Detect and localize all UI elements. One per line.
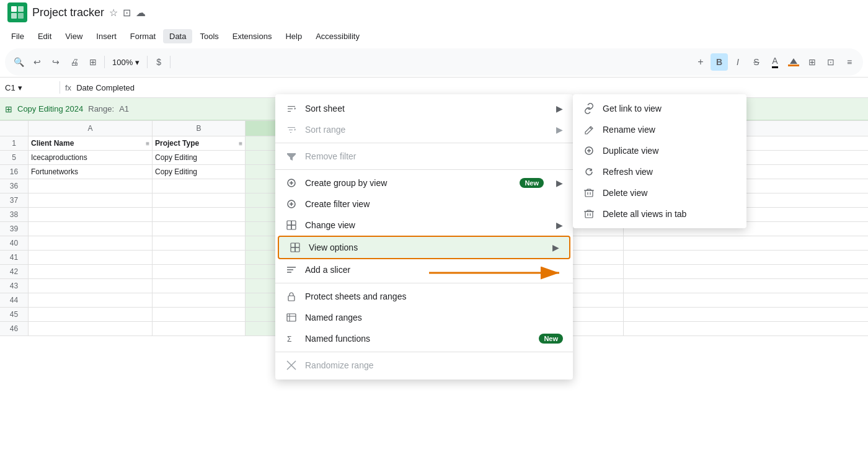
col-header-a[interactable]: A [29,121,153,136]
svg-rect-31 [585,211,593,218]
paint-format-btn[interactable]: ⊞ [84,53,102,71]
document-title: Project tracker [32,6,104,19]
filter-btn-a[interactable]: ≡ [146,140,149,147]
cell-a36[interactable] [29,179,153,193]
cell-a46[interactable] [29,322,153,335]
named-functions-item[interactable]: Σ Named functions New [275,328,573,349]
cell-b42[interactable] [153,265,246,278]
menu-extensions[interactable]: Extensions [226,29,278,43]
create-filter-view-item[interactable]: Create filter view [275,193,573,215]
cell-b5[interactable]: Copy Editing [153,151,246,164]
rename-view-item[interactable]: Rename view [573,119,746,140]
cell-b44[interactable] [153,293,246,307]
cell-a37[interactable] [29,193,153,207]
cell-a16[interactable]: Fortunetworks [29,165,153,179]
cell-a40[interactable] [29,236,153,250]
strikethrough-btn[interactable]: S [748,53,765,71]
col-header-b[interactable]: B [153,121,246,136]
rename-icon [583,124,595,135]
more-options-btn[interactable]: ≡ [841,53,858,71]
refresh-view-item[interactable]: Refresh view [573,161,746,182]
cell-ref-dropdown[interactable]: ▾ [18,83,22,92]
randomize-range-label: Randomize range [305,360,563,370]
randomize-range-icon [285,360,298,371]
italic-btn[interactable]: I [729,53,746,71]
remove-filter-label: Remove filter [305,151,563,161]
cell-b37[interactable] [153,193,246,207]
fill-color-btn[interactable] [785,53,802,71]
svg-rect-1 [18,6,24,12]
redo-btn[interactable]: ↪ [47,53,64,71]
borders-btn[interactable]: ⊞ [804,53,821,71]
cell-b45[interactable] [153,308,246,321]
get-link-item[interactable]: Get link to view [573,98,746,119]
menu-view[interactable]: View [59,29,89,43]
menu-tools[interactable]: Tools [193,29,224,43]
cell-b38[interactable] [153,208,246,221]
filter-btn-b[interactable]: ≡ [239,140,242,147]
duplicate-view-item[interactable]: Duplicate view [573,140,746,161]
cell-a42[interactable] [29,265,153,278]
menu-help[interactable]: Help [279,29,308,43]
view-options-item[interactable]: View options ▶ [278,236,570,259]
link-icon [583,103,595,114]
zoom-value: 100% [112,58,133,67]
cell-b46[interactable] [153,322,246,335]
row-num-40: 40 [0,236,29,250]
menu-edit[interactable]: Edit [32,29,58,43]
cell-a45[interactable] [29,308,153,321]
delete-view-item[interactable]: Delete view [573,182,746,203]
folder-icon[interactable]: ⊡ [123,7,131,19]
menu-file[interactable]: File [5,29,30,43]
create-group-arrow: ▶ [556,178,563,188]
cell-a43[interactable] [29,279,153,293]
filter-range-value: A1 [119,104,129,113]
bold-btn[interactable]: B [711,53,728,71]
cell-b39[interactable] [153,222,246,236]
zoom-control[interactable]: 100% ▾ [107,56,144,68]
merge-btn[interactable]: ⊡ [822,53,839,71]
cloud-icon[interactable]: ☁ [136,7,146,19]
svg-line-25 [590,127,591,129]
delete-all-views-item[interactable]: Delete all views in tab [573,203,746,224]
svg-rect-18 [288,296,294,301]
sort-sheet-item[interactable]: Sort sheet ▶ [275,98,573,119]
sort-range-icon [285,124,298,135]
cell-a39[interactable] [29,222,153,236]
protect-sheets-item[interactable]: Protect sheets and ranges [275,286,573,307]
cell-b40[interactable] [153,236,246,250]
divider-2 [147,56,148,68]
add-btn[interactable]: + [692,53,709,71]
search-btn[interactable]: 🔍 [10,53,27,71]
cell-b36[interactable] [153,179,246,193]
menu-data[interactable]: Data [163,29,192,43]
font-color-btn[interactable]: A [766,53,784,71]
named-functions-label: Named functions [305,334,531,344]
named-ranges-item[interactable]: Named ranges [275,307,573,328]
menu-accessibility[interactable]: Accessibility [309,29,366,43]
undo-btn[interactable]: ↩ [29,53,46,71]
change-view-item[interactable]: Change view ▶ [275,215,573,236]
cell-b41[interactable] [153,251,246,264]
submenu: Get link to view Rename view Duplicate v… [573,94,746,228]
delete-all-icon [583,208,595,220]
cell-a41[interactable] [29,251,153,264]
create-group-item[interactable]: Create group by view New ▶ [275,172,573,193]
cell-b16[interactable]: Copy Editing [153,165,246,179]
star-icon[interactable]: ☆ [109,7,118,19]
cell-reference[interactable]: C1 ▾ [5,83,55,92]
cell-a1[interactable]: Client Name ≡ [29,136,153,150]
menu-insert[interactable]: Insert [90,29,123,43]
cell-b1[interactable]: Project Type ≡ [153,136,246,150]
cell-a44[interactable] [29,293,153,307]
print-btn[interactable]: 🖨 [66,53,83,71]
change-view-icon [285,220,298,231]
cell-a38[interactable] [29,208,153,221]
currency-btn[interactable]: $ [150,53,167,71]
menu-format[interactable]: Format [124,29,162,43]
cell-a5[interactable]: Icecaproductions [29,151,153,164]
row-num-39: 39 [0,222,29,236]
cell-b43[interactable] [153,279,246,293]
named-ranges-icon [285,312,298,323]
row-num-42: 42 [0,265,29,278]
